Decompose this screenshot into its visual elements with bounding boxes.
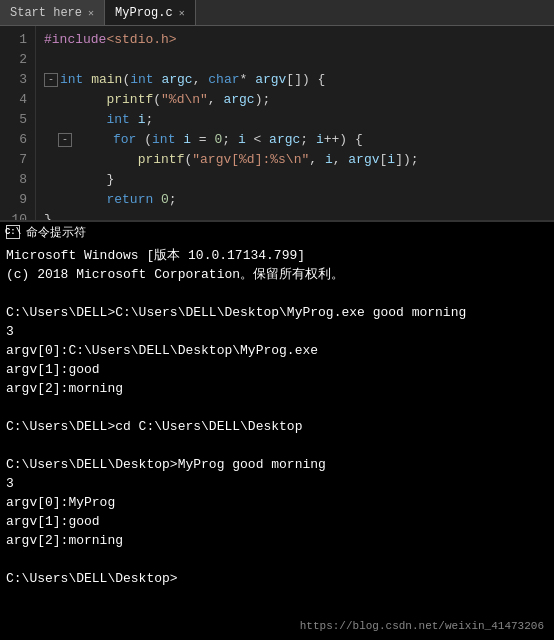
terminal-title: 命令提示符 — [26, 224, 86, 241]
code-line-8: } — [44, 170, 546, 190]
line-numbers: 1 2 3 4 5 6 7 8 9 10 11 — [0, 26, 36, 220]
line-num-1: 1 — [0, 30, 27, 50]
line-num-6: 6 — [0, 130, 27, 150]
terminal-line-6: argv[0]:C:\Users\DELL\Desktop\MyProg.exe — [6, 341, 548, 360]
terminal-line-1: Microsoft Windows [版本 10.0.17134.799] — [6, 246, 548, 265]
tab-myprog-c-close[interactable]: ✕ — [179, 7, 185, 19]
terminal-line-4: C:\Users\DELL>C:\Users\DELL\Desktop\MyPr… — [6, 303, 548, 322]
terminal-section: C:\ 命令提示符 Microsoft Windows [版本 10.0.171… — [0, 220, 554, 640]
tab-bar: Start here ✕ MyProg.c ✕ — [0, 0, 554, 26]
terminal-line-12: C:\Users\DELL\Desktop>MyProg good mornin… — [6, 455, 548, 474]
tab-start-here-close[interactable]: ✕ — [88, 7, 94, 19]
code-line-2 — [44, 50, 546, 70]
tab-start-here-label: Start here — [10, 6, 82, 20]
terminal-line-9 — [6, 398, 548, 417]
code-line-4: printf("%d\n", argc); — [44, 90, 546, 110]
code-line-10: } — [44, 210, 546, 220]
terminal-title-bar: C:\ 命令提示符 — [0, 220, 554, 242]
terminal-line-18: C:\Users\DELL\Desktop> — [6, 569, 548, 588]
terminal-body[interactable]: Microsoft Windows [版本 10.0.17134.799] (c… — [0, 242, 554, 640]
terminal-line-2: (c) 2018 Microsoft Corporation。保留所有权利。 — [6, 265, 548, 284]
line-num-7: 7 — [0, 150, 27, 170]
tab-myprog-c-label: MyProg.c — [115, 6, 173, 20]
editor-section: Start here ✕ MyProg.c ✕ 1 2 3 4 5 6 7 8 … — [0, 0, 554, 220]
line-num-5: 5 — [0, 110, 27, 130]
line-num-3: 3 — [0, 70, 27, 90]
terminal-line-17 — [6, 550, 548, 569]
tab-myprog-c[interactable]: MyProg.c ✕ — [105, 0, 196, 25]
terminal-line-5: 3 — [6, 322, 548, 341]
terminal-line-7: argv[1]:good — [6, 360, 548, 379]
tab-start-here[interactable]: Start here ✕ — [0, 0, 105, 25]
terminal-line-13: 3 — [6, 474, 548, 493]
terminal-icon: C:\ — [6, 225, 20, 239]
terminal-line-16: argv[2]:morning — [6, 531, 548, 550]
terminal-line-14: argv[0]:MyProg — [6, 493, 548, 512]
fold-6[interactable]: - — [58, 133, 72, 147]
line-num-4: 4 — [0, 90, 27, 110]
terminal-line-10: C:\Users\DELL>cd C:\Users\DELL\Desktop — [6, 417, 548, 436]
code-line-7: printf("argv[%d]:%s\n", i, argv[i]); — [44, 150, 546, 170]
line-num-9: 9 — [0, 190, 27, 210]
code-line-1: #include<stdio.h> — [44, 30, 546, 50]
watermark: https://blog.csdn.net/weixin_41473206 — [300, 620, 544, 632]
code-editor: 1 2 3 4 5 6 7 8 9 10 11 #include<stdio.h… — [0, 26, 554, 220]
terminal-line-3 — [6, 284, 548, 303]
line-num-10: 10 — [0, 210, 27, 220]
terminal-line-15: argv[1]:good — [6, 512, 548, 531]
code-line-5: int i; — [44, 110, 546, 130]
line-num-8: 8 — [0, 170, 27, 190]
fold-3[interactable]: - — [44, 73, 58, 87]
code-line-6: - for (int i = 0; i < argc; i++) { — [44, 130, 546, 150]
line-num-2: 2 — [0, 50, 27, 70]
code-lines[interactable]: #include<stdio.h> -int main(int argc, ch… — [36, 26, 554, 220]
terminal-line-8: argv[2]:morning — [6, 379, 548, 398]
code-line-9: return 0; — [44, 190, 546, 210]
terminal-line-11 — [6, 436, 548, 455]
code-line-3: -int main(int argc, char* argv[]) { — [44, 70, 546, 90]
